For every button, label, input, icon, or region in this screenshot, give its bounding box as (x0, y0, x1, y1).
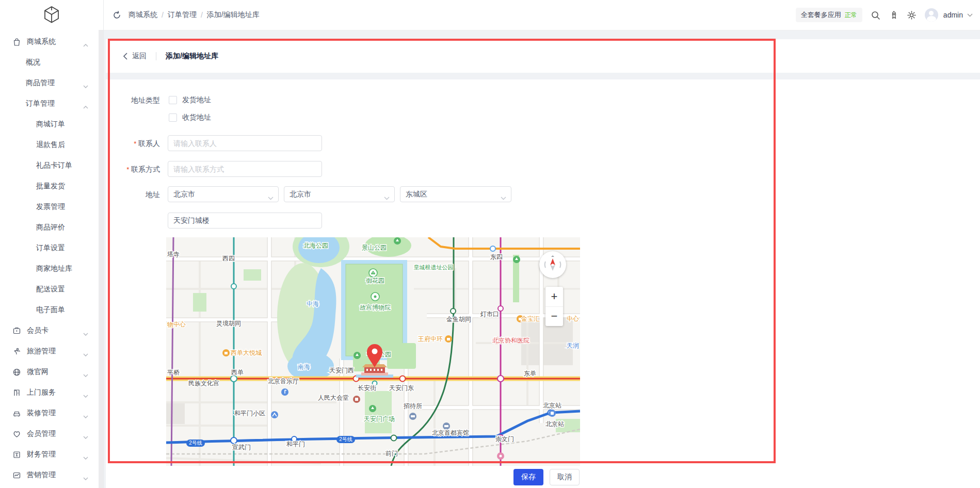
breadcrumb-item[interactable]: 订单管理 (168, 10, 197, 20)
compass-control[interactable] (539, 251, 566, 278)
breadcrumb-separator: / (162, 11, 164, 19)
map-label: 故宫博物院 (360, 304, 391, 311)
map-label: 天安门广场 (364, 415, 395, 422)
phone-input[interactable] (168, 161, 322, 177)
map-label: 皇城根遗址公园 (414, 264, 454, 270)
plan-badge[interactable]: 全套餐多应用 正常 (796, 8, 862, 22)
save-button[interactable]: 保存 (513, 469, 543, 485)
chevron-down-icon[interactable] (967, 13, 973, 17)
member-icon (12, 430, 21, 438)
checkbox-shipping-address[interactable]: 发货地址 (169, 95, 211, 105)
sidebar-item[interactable]: 电子面单 (0, 300, 99, 320)
sidebar-item[interactable]: 发票管理 (0, 197, 99, 217)
chevron-down-icon (501, 193, 506, 202)
checkbox-box[interactable] (169, 96, 177, 104)
app-logo[interactable] (0, 0, 103, 30)
user-name[interactable]: admin (943, 11, 963, 19)
sidebar-item-label: 商品管理 (26, 78, 55, 88)
sidebar-item[interactable]: 装修管理 (0, 403, 99, 424)
map-label: 人民大会堂 (318, 394, 349, 401)
refresh-icon[interactable] (113, 11, 121, 20)
map-label: 天安门西 (329, 367, 354, 374)
chevron-down-icon (83, 391, 88, 399)
map-label: 前门 (385, 450, 398, 457)
sidebar-item[interactable]: 礼品卡订单 (0, 155, 99, 176)
province-select[interactable]: 北京市 (168, 186, 279, 202)
sidebar-item[interactable]: 概况 (0, 52, 99, 73)
gear-icon[interactable] (907, 10, 917, 20)
page-title: 添加/编辑地址库 (166, 52, 218, 61)
sidebar-item[interactable]: 微官网 (0, 362, 99, 382)
sidebar-item[interactable]: 商品管理 (0, 73, 99, 93)
chevron-down-icon (83, 474, 88, 482)
sidebar-item[interactable]: 退款售后 (0, 135, 99, 155)
plan-name: 全套餐多应用 (801, 10, 841, 20)
search-icon[interactable] (871, 10, 880, 20)
marketing-icon (12, 471, 21, 480)
map-label: 北京首都宾馆 (432, 429, 469, 436)
address-detail-input[interactable] (168, 213, 322, 229)
rocket-icon[interactable] (889, 10, 898, 20)
sidebar-item-label: 会员卡 (27, 326, 49, 335)
sidebar-item-label: 微官网 (27, 367, 49, 377)
sidebar-item[interactable]: 旅游管理 (0, 341, 99, 362)
chevron-down-icon (83, 350, 88, 358)
chevron-down-icon (268, 193, 274, 202)
avatar[interactable] (925, 8, 938, 22)
map-label: 西单大悦城 (231, 349, 262, 356)
topbar: 商城系统 / 订单管理 / 添加/编辑地址库 全套餐多应用 正常 (103, 0, 980, 30)
cube-logo-icon (42, 5, 61, 25)
travel-icon (12, 347, 21, 356)
map-label: 2号线 (189, 440, 202, 446)
chevron-left-icon (123, 53, 127, 60)
breadcrumb-item[interactable]: 商城系统 (128, 10, 157, 20)
sidebar: 商城系统概况商品管理订单管理商城订单退款售后礼品卡订单批量发货发票管理商品评价订… (0, 0, 104, 488)
checkbox-receiving-address[interactable]: 收货地址 (169, 113, 211, 122)
sidebar-item-label: 批量发货 (36, 182, 65, 191)
sidebar-item-label: 旅游管理 (27, 347, 56, 356)
sidebar-item-label: 订单设置 (36, 243, 65, 253)
sidebar-scrollbar[interactable] (99, 30, 103, 488)
plan-status: 正常 (845, 11, 857, 20)
map-label: 和平门 (286, 441, 305, 448)
checkbox-box[interactable] (169, 113, 177, 122)
sidebar-item[interactable]: 会员管理 (0, 424, 99, 444)
sidebar-item-label: 发票管理 (36, 202, 65, 212)
district-select[interactable]: 东城区 (400, 186, 511, 202)
district-value: 东城区 (406, 190, 427, 199)
sidebar-item[interactable]: 订单设置 (0, 238, 99, 258)
page-header-card: 返回 添加/编辑地址库 (106, 39, 980, 73)
sidebar-item[interactable]: 会员卡 (0, 320, 99, 341)
map-label: 东单 (524, 370, 536, 377)
sidebar-item-label: 商家地址库 (36, 264, 72, 273)
map-label: 崇文门 (495, 435, 514, 443)
city-select[interactable]: 北京市 (284, 186, 395, 202)
breadcrumb-item[interactable]: 添加/编辑地址库 (207, 10, 260, 20)
contact-input[interactable] (168, 135, 322, 151)
door-service-icon (12, 388, 21, 397)
map-label: 长安街 (358, 384, 376, 392)
map-canvas[interactable]: 北海公园景山公园皇城根遗址公园御花园故宫博物院中山公园天安门广场中海南海塔寺西四… (166, 237, 580, 466)
sidebar-item[interactable]: 财务管理 (0, 444, 99, 465)
sidebar-item[interactable]: 营销管理 (0, 465, 99, 485)
sidebar-item[interactable]: 商城系统 (0, 31, 99, 52)
sidebar-item[interactable]: 配送设置 (0, 279, 99, 300)
sidebar-item-label: 上门服务 (27, 388, 56, 397)
checkbox-label: 收货地址 (182, 113, 211, 122)
map-label: 招待所 (403, 402, 422, 410)
sidebar-item[interactable]: 商品评价 (0, 217, 99, 238)
map-label: 平桥 (167, 369, 180, 376)
sidebar-item[interactable]: 上门服务 (0, 382, 99, 403)
cancel-button[interactable]: 取消 (550, 469, 580, 485)
sidebar-item[interactable]: 商家地址库 (0, 258, 99, 279)
map-label: 民族文化宫 (188, 380, 219, 387)
sidebar-item[interactable]: 批量发货 (0, 176, 99, 197)
chevron-down-icon (83, 453, 88, 461)
zoom-in-button[interactable]: + (545, 287, 563, 307)
shop-bag-icon (12, 38, 21, 46)
sidebar-item[interactable]: 订单管理 (0, 93, 99, 114)
sidebar-item[interactable]: 商城订单 (0, 114, 99, 135)
sidebar-item-label: 电子面单 (36, 305, 65, 315)
zoom-out-button[interactable]: − (545, 307, 563, 327)
back-button[interactable]: 返回 (123, 52, 147, 61)
